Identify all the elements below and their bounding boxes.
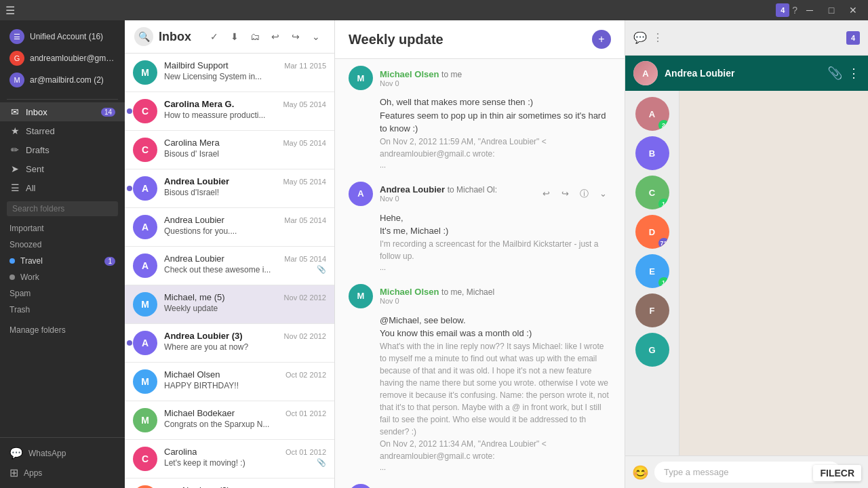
reply-action[interactable]: ↩ (538, 186, 554, 202)
msg-to: to Michael Ol: (448, 185, 497, 195)
inbox-icon: ✉ (9, 106, 20, 117)
wp-dots-icon[interactable]: ⋮ (652, 31, 663, 44)
email-item[interactable]: M Mailbird Support Mar 11 2015 New Licen… (125, 54, 334, 92)
email-item[interactable]: A Andrea Loubier May 05 2014 Bisous d'Is… (125, 169, 334, 208)
unified-account-item[interactable]: ☰ Unified Account (16) (7, 26, 118, 47)
whatsapp-item[interactable]: 💬 WhatsApp (7, 443, 118, 463)
drafts-label: Drafts (26, 145, 50, 155)
search-folders-input[interactable] (7, 201, 118, 216)
folder-important[interactable]: Important (0, 220, 125, 237)
unread-dot (127, 186, 132, 191)
maximize-button[interactable]: □ (822, 3, 841, 18)
email-sender: Andrea Loubier (164, 215, 224, 225)
wp-contact-item[interactable]: E1 (635, 254, 669, 288)
info-action[interactable]: ⓘ (576, 186, 592, 202)
wp-more-icon[interactable]: ⋮ (848, 66, 860, 81)
sidebar-item-sent[interactable]: ➤ Sent (0, 159, 125, 178)
travel-dot (9, 258, 15, 264)
wp-main: A2BC1D71E1FG (625, 91, 868, 455)
help-button[interactable]: ? (792, 5, 797, 16)
folder-travel[interactable]: Travel 1 (0, 253, 125, 269)
mailbird-account-item[interactable]: M ar@mailbird.com (2) (7, 69, 118, 91)
folder-snoozed[interactable]: Snoozed (0, 237, 125, 253)
email-sender: Carolina (164, 447, 197, 457)
email-item[interactable]: ⭐ me, Abraham (2) Oct 01 2012 (125, 479, 334, 488)
email-date: May 05 2014 (283, 100, 326, 108)
sidebar-item-starred[interactable]: ★ Starred (0, 121, 125, 140)
email-avatar: C (133, 99, 157, 123)
archive-icon[interactable]: 🗂 (246, 28, 264, 45)
manage-folders-label: Manage folders (9, 325, 66, 335)
reply-icon[interactable]: ↩ (267, 28, 284, 45)
folder-trash[interactable]: Trash (0, 302, 125, 318)
msg-expand[interactable]: ··· (349, 465, 611, 473)
close-button[interactable]: ✕ (844, 3, 863, 18)
email-item[interactable]: A Andrea Loubier Mar 05 2014 Check out t… (125, 247, 334, 285)
check-circle-icon[interactable]: ✓ (205, 28, 223, 45)
email-item[interactable]: C Carolina Mera May 05 2014 Bisous d' Is… (125, 131, 334, 169)
wp-contact-item[interactable]: C1 (635, 176, 669, 209)
wp-chat-icon[interactable]: 💬 (633, 31, 647, 44)
download-icon[interactable]: ⬇ (226, 28, 243, 45)
email-item[interactable]: M Michael Bodekaer Oct 01 2012 Congrats … (125, 401, 334, 440)
wp-contact-badge: 71 (658, 238, 669, 249)
wp-paperclip-icon[interactable]: 📎 (827, 66, 842, 81)
compose-button[interactable]: + (592, 30, 611, 49)
email-content: Michael, me (5) Nov 02 2012 Weekly updat… (164, 292, 326, 313)
travel-badge: 1 (104, 257, 115, 266)
wp-contact-list: A2BC1D71E1FG (625, 91, 679, 455)
email-date: Mar 05 2014 (284, 255, 326, 263)
email-content: Michael Bodekaer Oct 01 2012 Congrats on… (164, 408, 326, 429)
search-button[interactable]: 🔍 (134, 27, 153, 46)
email-subject: HAPPY BIRTHDAY!! (164, 381, 326, 390)
hamburger-icon[interactable]: ☰ (5, 4, 15, 17)
unified-account-name: Unified Account (16) (30, 32, 103, 41)
wp-contact-badge: 1 (658, 199, 669, 209)
wp-contact-item[interactable]: G (635, 333, 669, 367)
msg-header: M Michael Olsen to me Nov 0 (349, 66, 611, 90)
email-item[interactable]: C Carolina Mera G. May 05 2014 How to me… (125, 92, 334, 131)
email-avatar: A (133, 215, 157, 239)
folder-spam[interactable]: Spam (0, 285, 125, 302)
email-subject: Bisous d'Israel! (164, 188, 326, 197)
sidebar-item-all[interactable]: ☰ All (0, 178, 125, 197)
email-item[interactable]: M Michael Olsen Oct 02 2012 HAPPY BIRTHD… (125, 363, 334, 401)
email-sender: Michael, me (5) (164, 292, 225, 302)
wp-contact-item[interactable]: A2 (635, 97, 669, 131)
minimize-button[interactable]: ─ (800, 3, 819, 18)
apps-label: Apps (24, 468, 42, 478)
msg-expand[interactable]: ··· (349, 163, 611, 171)
email-subject-title: Weekly update (349, 32, 585, 47)
more-icon[interactable]: ⌄ (307, 28, 325, 45)
wp-header-right: 4 (846, 31, 860, 45)
email-date: Nov 02 2012 (284, 332, 326, 340)
folder-work[interactable]: Work (0, 269, 125, 285)
unread-dot (127, 108, 132, 114)
email-sender: Andrea Loubier (3) (164, 331, 243, 341)
whatsapp-label: WhatsApp (28, 449, 66, 458)
manage-folders[interactable]: Manage folders (0, 322, 125, 338)
sidebar-item-drafts[interactable]: ✏ Drafts (0, 140, 125, 159)
msg-header: A Andrea Loubier to Michael Ol: Nov 0 ↩ … (349, 182, 611, 206)
msg-sender: Andrea Loubier (380, 184, 445, 195)
email-item[interactable]: C Carolina Oct 01 2012 Let's keep it mov… (125, 440, 334, 479)
msg-expand[interactable]: ··· (349, 265, 611, 273)
email-item[interactable]: A Andrea Loubier Mar 05 2014 Questions f… (125, 208, 334, 247)
more-action[interactable]: ⌄ (595, 186, 611, 202)
forward-icon[interactable]: ↪ (287, 28, 304, 45)
gmail-account-item[interactable]: G andreamloubier@gmail.com... (7, 47, 118, 69)
wp-contact-item[interactable]: F (635, 293, 669, 327)
mailbird-email: ar@mailbird.com (2) (30, 75, 104, 85)
sidebar-item-inbox[interactable]: ✉ Inbox 14 (0, 102, 125, 121)
wp-chat-actions: 📎 ⋮ (827, 66, 860, 81)
email-item[interactable]: M Michael, me (5) Nov 02 2012 Weekly upd… (125, 285, 334, 324)
email-header: Michael Bodekaer Oct 01 2012 (164, 408, 326, 418)
forward-action[interactable]: ↪ (557, 186, 573, 202)
email-item[interactable]: A Andrea Loubier (3) Nov 02 2012 Where a… (125, 324, 334, 363)
wp-contact-item[interactable]: D71 (635, 215, 669, 249)
wp-emoji-icon[interactable]: 😊 (632, 464, 649, 481)
important-label: Important (9, 224, 44, 233)
wp-contact-item[interactable]: B (635, 136, 669, 170)
msg-body: @Michael, see below.You know this email … (349, 314, 611, 462)
apps-item[interactable]: ⊞ Apps (7, 463, 118, 483)
